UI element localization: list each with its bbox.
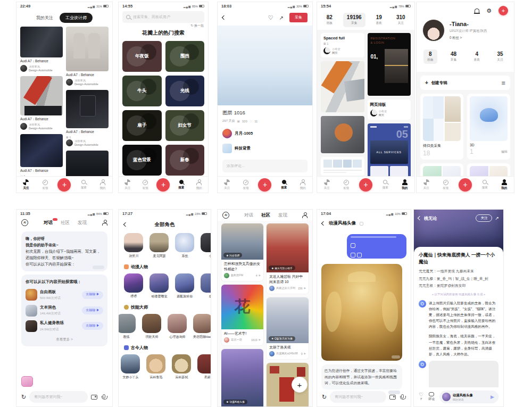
generated-avatar-image[interactable] [321, 264, 402, 361]
stat-pins[interactable]: 48采集 [447, 49, 461, 64]
refresh-icon[interactable]: ↻ [21, 394, 26, 400]
tab-my-follow[interactable]: 我的关注 [36, 15, 53, 21]
tab-discover[interactable]: 发现 [340, 180, 353, 190]
role-item[interactable]: 系统 [175, 233, 195, 259]
tab-community[interactable]: 社区 [61, 220, 70, 226]
role-item[interactable]: 跟配装轻你 [175, 273, 195, 299]
pin-image[interactable] [218, 26, 312, 105]
tab-community[interactable]: 社区 [261, 212, 270, 219]
pin-card[interactable]: Audi A7：Behance冰彻寒风Design-Automobile [66, 27, 109, 86]
message-input[interactable]: 有问题尽管问我~ [29, 391, 88, 403]
tab-search[interactable]: 搜索 [278, 180, 290, 189]
collect-button[interactable]: 采集 [289, 13, 307, 22]
tab-discover[interactable]: 发现 [78, 220, 87, 226]
tab-mine[interactable]: 我的 [193, 179, 205, 190]
comment-input[interactable]: 添加评论... [222, 160, 307, 172]
tab-industrial-designer[interactable]: 工业设计师 [60, 13, 93, 23]
tab-search[interactable]: 搜索 [175, 180, 188, 189]
create-button[interactable]: + [459, 178, 472, 192]
avatar[interactable] [422, 19, 445, 41]
post-card[interactable]: ★ 约会导师 怎样和强势又高傲的女性相处? 叙利亚FM4▶ [221, 223, 263, 281]
regenerate-chip[interactable] [93, 265, 104, 269]
create-button[interactable]: + [57, 178, 71, 192]
pin-board[interactable]: 科技背景 [218, 138, 312, 153]
post-card[interactable]: ★ 动漫风格头像 小魔仙｜快来海底捞美人 一捞一个小魔仙 桃无论66▶ [221, 349, 263, 407]
stat-follows[interactable]: 310关注 [393, 13, 409, 27]
message-input[interactable]: 有问题尽管问我~ [330, 391, 386, 403]
stat-pins[interactable]: 19196采集 [343, 13, 365, 27]
role-item[interactable]: 哈喽爱睡觉 [149, 273, 169, 299]
tab-mine[interactable]: 我的 [296, 179, 309, 190]
pin-card[interactable]: 网页排版小咚全网页 [368, 99, 411, 120]
go-chat-button[interactable]: 去聊聊 ▶ [82, 291, 103, 299]
pin-image[interactable] [321, 61, 364, 112]
pin-card[interactable]: Audi A7：Behance冰彻寒风Design-Automobile [20, 27, 63, 72]
stat-follows[interactable]: 35关注 [493, 49, 507, 64]
send-icon[interactable]: ▶ [491, 394, 496, 400]
stat-boards[interactable]: 8画板 [423, 49, 437, 64]
pin-card[interactable]: Audi A7：Behance⊞ 1冰彻寒风Design-Automobile [66, 90, 109, 147]
stat-likes[interactable]: 19喜欢 [372, 13, 386, 27]
create-album-button[interactable]: +创建专辑≣ [420, 76, 510, 90]
role-item[interactable]: 小 [201, 233, 211, 259]
tab-follow[interactable]: 关注 [420, 179, 433, 190]
tab-discover[interactable]: 发现 [139, 180, 152, 190]
pin-image[interactable]: REGISTRATION& LOGIN01, [368, 33, 411, 96]
role-item[interactable]: 圣诞 [197, 354, 211, 380]
pin-image[interactable] [321, 116, 364, 153]
album-card[interactable]: 待归类采集 18 [420, 94, 463, 160]
role-item[interactable]: 心理咨询师 [168, 314, 187, 339]
assistant-logo-icon[interactable]: AI [21, 219, 28, 226]
follow-button[interactable]: 关注 [476, 214, 492, 222]
role-item[interactable]: 百科苏轼 [172, 354, 192, 380]
role-item[interactable]: 教练 [118, 314, 136, 339]
hot-search-tile[interactable]: 牛头 [122, 76, 162, 106]
suggestion-item[interactable]: 自由画板500.9W次对话去聊聊 ▶ [26, 289, 103, 301]
role-item[interactable]: 琪娃大师 [142, 314, 162, 339]
create-button[interactable]: + [498, 6, 508, 15]
hot-search-tile[interactable]: 蓝色背景 [122, 145, 162, 176]
back-icon[interactable] [418, 216, 422, 220]
sticker[interactable] [21, 376, 33, 387]
role-item[interactable]: 美语陪聊Hanna [193, 314, 211, 339]
like-icon[interactable]: ♡ [268, 14, 273, 21]
tab-chat[interactable]: 对话 [44, 220, 53, 226]
share-icon[interactable]: ↗ [279, 15, 284, 21]
stat-likes[interactable]: 4喜欢 [470, 49, 484, 64]
tab-mine[interactable]: 我的 [498, 179, 511, 190]
create-button[interactable]: + [258, 178, 271, 192]
tab-discover[interactable]: 发现 [278, 212, 287, 219]
stat-boards[interactable]: 82画板 [322, 13, 336, 27]
share-icon[interactable]: ↗ [495, 215, 499, 221]
role-item[interactable]: 麦克阿瑟 [149, 233, 169, 259]
search-input[interactable]: 搜索采集、画板或用户 [122, 11, 204, 23]
pin-card[interactable] [321, 157, 364, 176]
suggestion-item[interactable]: 私人健身教练24.9W次对话去聊聊 ▶ [26, 320, 103, 332]
bell-icon[interactable] [475, 9, 479, 13]
role-item[interactable]: 百科鲁迅 [146, 354, 166, 380]
edit-button[interactable]: 编辑 [501, 149, 508, 154]
go-chat-button[interactable]: 去聊聊 ▶ [82, 322, 103, 330]
hot-search-tile[interactable]: 光线 [165, 76, 205, 106]
create-button[interactable]: + [359, 178, 372, 192]
hot-search-tile[interactable]: 新春 [165, 145, 205, 176]
refresh-batch-button[interactable]: ↻ 换一批 [190, 23, 204, 28]
comment-button[interactable]: 评论 [428, 392, 435, 401]
chat-entry-input[interactable]: 动漫风格头像66次对话 ▶ [439, 391, 498, 403]
assistant-logo-icon[interactable]: AI [222, 212, 229, 219]
list-view-icon[interactable]: ≣ [501, 80, 505, 86]
tab-search[interactable]: 搜索 [478, 180, 491, 189]
create-button[interactable]: + [156, 178, 170, 192]
person-icon[interactable] [302, 212, 307, 218]
back-icon[interactable] [123, 222, 128, 227]
mic-icon[interactable] [401, 394, 404, 398]
mic-icon[interactable] [103, 394, 105, 398]
pin-card[interactable]: Spaced full⊞ 1小咚全网页 [321, 33, 364, 57]
hot-search-tile[interactable]: 围挡 [165, 41, 205, 72]
tab-chat[interactable]: 对话 [244, 212, 253, 219]
refresh-icon[interactable]: ↻ [322, 394, 327, 400]
suggestion-item[interactable]: 文本润色146.4W次对话去聊聊 ▶ [26, 304, 103, 317]
tab-search[interactable]: 搜索 [379, 180, 392, 189]
back-icon[interactable] [222, 15, 226, 20]
image-upload-icon[interactable] [91, 395, 97, 400]
